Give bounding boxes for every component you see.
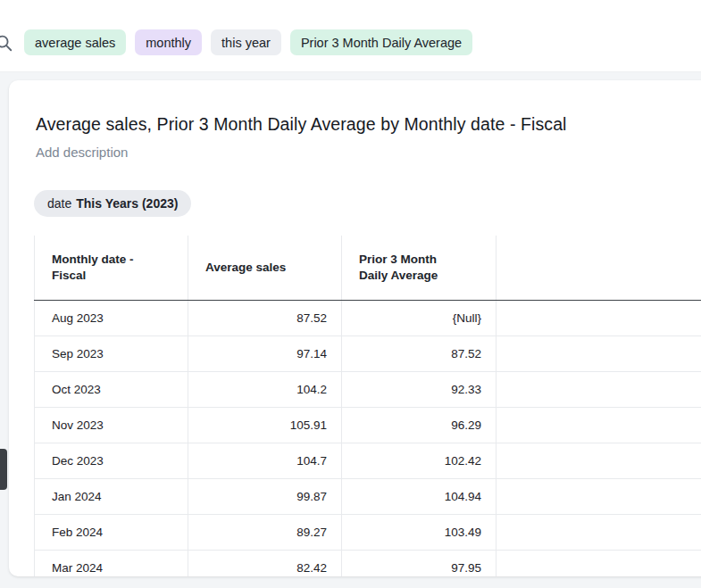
table-header-row: Monthly date - FiscalAverage salesPrior … — [35, 236, 701, 301]
value-cell[interactable]: 97.14 — [188, 336, 342, 372]
search-token[interactable]: Prior 3 Month Daily Average — [290, 29, 472, 55]
date-cell[interactable]: Aug 2023 — [35, 301, 188, 336]
add-description-link[interactable]: Add description — [36, 145, 701, 160]
column-header[interactable]: Average sales — [188, 236, 342, 301]
column-header[interactable]: Prior 3 Month Daily Average — [342, 236, 497, 301]
empty-cell — [497, 479, 701, 515]
value-cell[interactable]: 99.87 — [188, 479, 342, 515]
value-cell[interactable]: {Null} — [342, 301, 497, 336]
filter-value: This Years (2023) — [76, 196, 178, 211]
value-cell[interactable]: 104.2 — [188, 372, 342, 408]
date-cell[interactable]: Jan 2024 — [35, 479, 188, 515]
empty-cell — [497, 372, 701, 408]
empty-cell — [497, 443, 701, 479]
value-cell[interactable]: 87.52 — [342, 336, 497, 372]
empty-cell — [497, 301, 701, 336]
table-row: Nov 2023105.9196.29 — [35, 408, 701, 443]
value-cell[interactable]: 105.91 — [188, 408, 342, 443]
table-row: Feb 202489.27103.49 — [35, 515, 701, 551]
answer-card: Average sales, Prior 3 Month Daily Avera… — [9, 80, 701, 576]
value-cell[interactable]: 104.7 — [188, 443, 342, 479]
table-row: Aug 202387.52{Null} — [35, 301, 701, 336]
search-token[interactable]: average sales — [24, 29, 126, 55]
search-bar[interactable]: average salesmonthlythis yearPrior 3 Mon… — [0, 0, 701, 72]
value-cell[interactable]: 82.42 — [188, 551, 342, 577]
value-cell[interactable]: 92.33 — [342, 372, 497, 408]
search-token[interactable]: this year — [211, 29, 281, 55]
empty-header-cell — [497, 236, 701, 301]
left-scroll-indicator[interactable] — [0, 449, 7, 490]
empty-cell — [497, 408, 701, 443]
date-cell[interactable]: Oct 2023 — [35, 372, 188, 408]
filter-chip[interactable]: date This Years (2023) — [34, 190, 191, 217]
filter-name: date — [47, 196, 71, 211]
column-header[interactable]: Monthly date - Fiscal — [35, 236, 188, 301]
value-cell[interactable]: 102.42 — [342, 443, 497, 479]
value-cell[interactable]: 96.29 — [342, 408, 497, 443]
value-cell[interactable]: 103.49 — [342, 515, 497, 551]
table-row: Mar 202482.4297.95 — [35, 551, 701, 577]
value-cell[interactable]: 104.94 — [342, 479, 497, 515]
table-row: Jan 202499.87104.94 — [35, 479, 701, 515]
search-token[interactable]: monthly — [135, 29, 202, 55]
date-cell[interactable]: Feb 2024 — [35, 515, 188, 551]
empty-cell — [497, 336, 701, 372]
date-cell[interactable]: Dec 2023 — [35, 443, 188, 479]
date-cell[interactable]: Sep 2023 — [35, 336, 188, 372]
date-cell[interactable]: Nov 2023 — [35, 408, 188, 443]
page-title: Average sales, Prior 3 Month Daily Avera… — [36, 114, 701, 135]
search-icon — [0, 33, 13, 53]
results-table: Monthly date - FiscalAverage salesPrior … — [34, 236, 701, 576]
empty-cell — [497, 551, 701, 577]
table-row: Sep 202397.1487.52 — [35, 336, 701, 372]
value-cell[interactable]: 89.27 — [188, 515, 342, 551]
value-cell[interactable]: 97.95 — [342, 551, 497, 577]
empty-cell — [497, 515, 701, 551]
date-cell[interactable]: Mar 2024 — [35, 551, 188, 577]
table-row: Dec 2023104.7102.42 — [35, 443, 701, 479]
table-row: Oct 2023104.292.33 — [35, 372, 701, 408]
search-chips: average salesmonthlythis yearPrior 3 Mon… — [24, 29, 472, 55]
value-cell[interactable]: 87.52 — [188, 301, 342, 336]
table-body: Aug 202387.52{Null}Sep 202397.1487.52Oct… — [35, 301, 701, 577]
